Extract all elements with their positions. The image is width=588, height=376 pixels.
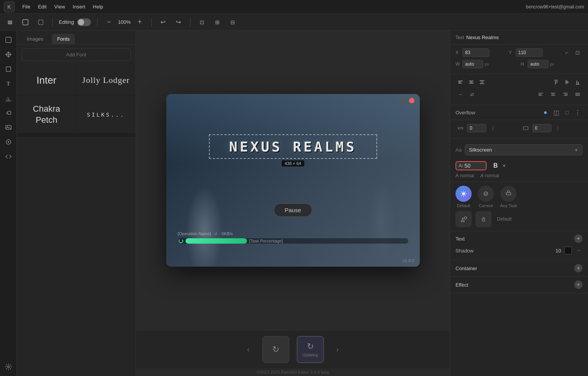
sidebar-variable-icon[interactable]: × [2,107,15,119]
y-input[interactable] [516,48,543,57]
current-state-label: Current [479,203,493,208]
shadow-remove-btn[interactable]: − [575,247,583,254]
sidebar-select-icon[interactable] [2,34,15,46]
states-section: Default Current [450,182,588,231]
text-align-right[interactable] [560,89,570,99]
zoom-minus-btn[interactable]: − [104,17,114,28]
alignment-section: ↔ ⇄ [450,74,588,105]
spacing-more2-icon[interactable]: ⋮ [553,123,563,133]
minimize-btn[interactable]: − [401,98,406,103]
font-item-silks[interactable]: SILKS... [76,96,136,133]
sidebar-code-icon[interactable] [2,150,15,163]
tab-images[interactable]: Images [22,34,49,44]
sidebar-text-icon[interactable]: T [2,78,15,90]
menu-help[interactable]: Help [93,4,103,10]
next-arrow[interactable]: › [331,343,344,356]
font-family-label: Silkscreen [469,147,492,153]
y-label: Y [509,50,514,55]
state-default-btn[interactable]: Default [455,186,472,208]
pause-button[interactable]: Pause [273,203,312,217]
valign-bottom-icon[interactable] [573,77,583,87]
effect-section[interactable]: Effect + [450,277,588,293]
state-current-btn[interactable]: Current [478,186,494,208]
sidebar-color-icon[interactable] [2,136,15,148]
align-center-icon[interactable] [477,77,487,87]
font-item-chakra[interactable]: ChakraPetch [17,96,76,133]
spacing-numbers-row: ⋮ ⋮ [455,123,583,133]
state-any-task-btn[interactable]: Any Task [500,186,517,208]
toggle-switch[interactable] [77,18,91,26]
menu-view[interactable]: View [54,4,65,10]
reset-position-icon[interactable]: ⊡ [573,48,583,58]
text-align-center[interactable] [548,89,558,99]
overflow-scroll-icon[interactable]: □ [562,107,572,117]
container-add-btn[interactable]: + [574,264,583,272]
bold-button[interactable]: B [490,161,500,171]
text-align-justify[interactable] [573,89,583,99]
app-logo[interactable]: K [4,2,15,12]
font-item-jolly[interactable]: Jolly Lodger [76,65,136,96]
h-input[interactable] [528,60,548,68]
spacing-more-icon[interactable]: ⋮ [488,123,498,133]
sidebar-frame-icon[interactable] [2,63,15,75]
font-family-dropdown[interactable]: Silkscreen ▼ [465,144,583,155]
prev-arrow[interactable]: ‹ [242,343,255,356]
valign-middle-icon[interactable] [562,77,572,87]
tab-fonts[interactable]: Fonts [52,34,75,44]
shadow-row: Shadow 10 − [455,244,583,257]
text-add-btn[interactable]: + [574,234,583,243]
spacing-right-input[interactable] [532,124,552,132]
shadow-color-swatch[interactable] [564,247,572,254]
align-between-icon[interactable] [466,77,476,87]
redo-btn[interactable]: ↪ [173,17,184,28]
nexus-title-container[interactable]: NEXUS REALMS 438 × 64 [209,134,377,159]
wrap-icon[interactable]: ⇄ [467,89,477,99]
menu-edit[interactable]: Edit [38,4,46,10]
nav-thumb-updating[interactable]: ↻ Updating [297,336,324,363]
overflow-dot-icon[interactable]: ● [540,107,550,117]
sidebar-settings-icon[interactable] [2,361,15,373]
add-font-button[interactable]: Add Font [22,48,131,61]
w-input[interactable] [462,60,483,68]
interact-paint-icon[interactable] [455,211,472,227]
interact-hand-icon[interactable] [475,211,492,227]
nav-thumb-refresh[interactable]: ↻ [262,336,289,363]
text-align-left[interactable] [536,89,546,99]
left-panel: Images Fonts Add Font Inter Jolly Lodger… [17,31,136,376]
spacing-ab-icon[interactable] [455,123,465,133]
sidebar-image-icon[interactable] [2,121,15,134]
font-item-inter[interactable]: Inter [17,65,76,96]
font-size-field[interactable]: Aı [455,161,487,170]
select-icon[interactable] [20,17,31,28]
overflow-more-icon[interactable]: ⋮ [573,107,583,117]
grid-icon[interactable]: ⊡ [197,17,207,28]
bold-dropdown-arrow[interactable]: ▼ [502,163,506,168]
sidebar-move-icon[interactable] [2,48,15,61]
svg-rect-35 [538,93,543,94]
spacing-icon[interactable]: ↔ [455,89,465,99]
layers-icon[interactable] [5,17,15,28]
spacing-bc-icon[interactable] [521,123,531,133]
menu-file[interactable]: File [22,4,30,10]
crop-icon[interactable] [35,17,46,28]
snap-icon[interactable]: ⊞ [212,17,223,28]
corner-pin-icon[interactable]: ⌐ [562,48,572,58]
container-section[interactable]: Container + [450,260,588,277]
align-left-icon[interactable] [455,77,465,87]
effect-add-btn[interactable]: + [574,280,583,289]
menu-insert[interactable]: Insert [73,4,85,10]
close-btn[interactable]: × [409,98,414,103]
canvas-wrapper[interactable]: − × NEXUS REALMS 438 × 64 Pause [Operati… [136,31,450,330]
op-speed-label: -/- · 0KB/s [214,231,233,236]
spacing-left-input[interactable] [467,124,486,132]
editing-toggle[interactable]: Editing [59,18,91,26]
text-section-title: Text [455,236,465,242]
sidebar-stroke-icon[interactable]: A [2,92,15,104]
x-input[interactable] [462,48,489,57]
undo-btn[interactable]: ↩ [158,17,169,28]
zoom-plus-btn[interactable]: + [134,17,145,28]
valign-top-icon[interactable] [551,77,561,87]
font-size-input[interactable] [464,163,484,169]
overflow-hidden-icon[interactable]: ◫ [551,107,561,117]
layout-icon[interactable]: ⊟ [227,17,238,28]
